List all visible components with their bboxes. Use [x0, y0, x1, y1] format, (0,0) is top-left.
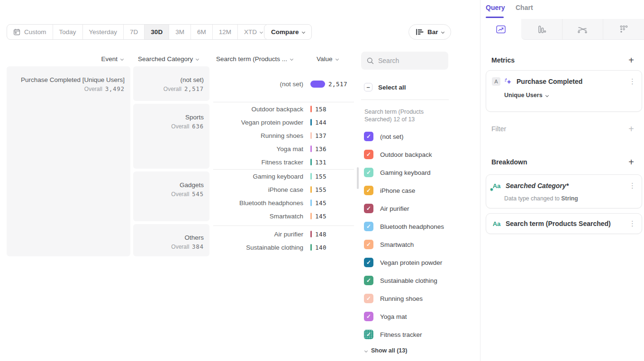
checkbox[interactable]: ✓ [364, 276, 373, 285]
date-range-6m[interactable]: 6M [190, 25, 212, 39]
legend-item[interactable]: ✓ Sustainable clothing [364, 276, 437, 285]
table-row[interactable]: Bluetooth headphones 145 [213, 196, 354, 209]
search-icon [367, 57, 374, 64]
kebab-menu-icon[interactable]: ⋮ [629, 220, 636, 227]
breakdown-card-searched-category[interactable]: Aa✱ Searched Category* ⋮ Data type chang… [486, 174, 642, 208]
checkbox[interactable]: ✓ [364, 168, 373, 177]
event-name: Purchase Completed [Unique Users] [12, 76, 125, 84]
checkbox[interactable]: ✓ [364, 330, 373, 339]
checkbox[interactable]: ✓ [364, 222, 373, 231]
show-all-button[interactable]: Show all (13) [365, 347, 407, 354]
modified-asterisk: ✱ [490, 188, 493, 192]
add-filter-button[interactable]: + [626, 125, 636, 134]
table-row[interactable]: Sustainable clothing 140 [213, 241, 354, 254]
kebab-menu-icon[interactable]: ⋮ [629, 78, 636, 85]
date-range-12m[interactable]: 12M [212, 25, 237, 39]
table-row[interactable]: Outdoor backpack 158 [213, 102, 354, 116]
funnels-icon [536, 24, 547, 35]
column-header-value[interactable]: Value [317, 55, 338, 63]
checkbox[interactable]: ✓ [364, 312, 373, 321]
table-row[interactable]: (not set) 2,517 [213, 77, 354, 90]
legend-list-label: Search term (Products Searched) 12 of 13 [364, 108, 446, 123]
metrics-title: Metrics [491, 56, 515, 64]
column-header-searched-category[interactable]: Searched Category [138, 55, 199, 63]
date-range-custom[interactable]: Custom [7, 25, 53, 39]
metric-event-name: Purchase Completed [517, 78, 582, 85]
table-row[interactable]: Gaming keyboard 155 [213, 170, 354, 183]
table-row[interactable]: Vegan protein powder 144 [213, 116, 354, 129]
chevron-down-icon [335, 57, 338, 61]
checkbox[interactable]: ✓ [364, 258, 373, 267]
vertical-scrollbar[interactable] [357, 167, 359, 189]
value-bar [310, 145, 312, 152]
chart-type-button[interactable]: Bar [408, 24, 451, 40]
breakdown-property-name: Searched Category* [506, 182, 569, 190]
date-range-today[interactable]: Today [53, 25, 82, 39]
date-range-7d[interactable]: 7D [123, 25, 144, 39]
search-input[interactable] [378, 57, 440, 64]
tab-retention[interactable] [603, 19, 644, 40]
date-range-3m[interactable]: 3M [169, 25, 190, 39]
series-badge: A [492, 77, 500, 86]
legend-item[interactable]: ✓ Smartwatch [364, 240, 414, 249]
checkbox[interactable]: ✓ [364, 204, 373, 213]
legend-item[interactable]: ✓ Fitness tracker [364, 330, 422, 339]
kebab-menu-icon[interactable]: ⋮ [629, 182, 636, 189]
legend-item[interactable]: ✓ Outdoor backpack [364, 150, 432, 159]
table-row[interactable]: iPhone case 155 [213, 183, 354, 196]
select-all-checkbox[interactable]: – [364, 83, 372, 91]
string-property-icon: Aa✱ [492, 181, 501, 190]
checkbox[interactable]: ✓ [364, 186, 373, 195]
value-bar [310, 132, 312, 139]
column-header-event[interactable]: Event [76, 55, 123, 63]
checkbox[interactable]: ✓ [364, 294, 373, 303]
string-property-icon: Aa [492, 219, 501, 228]
select-all-row[interactable]: – Select all [364, 83, 406, 91]
compare-button[interactable]: Compare [264, 24, 312, 40]
legend-item[interactable]: ✓ iPhone case [364, 186, 415, 195]
value-bar [310, 159, 312, 165]
tab-insights[interactable] [481, 19, 521, 40]
legend-item[interactable]: ✓ Gaming keyboard [364, 168, 431, 177]
metric-card[interactable]: A Purchase Completed ⋮ Unique Users [486, 70, 642, 112]
value-bar [310, 244, 312, 251]
column-header-search-term[interactable]: Search term (Products ... [216, 55, 293, 63]
legend-item[interactable]: ✓ Running shoes [364, 294, 423, 303]
report-type-tabs [481, 19, 644, 40]
category-cell-not-set[interactable]: (not set) Overall2,517 [133, 66, 209, 101]
chevron-down-icon [545, 93, 549, 97]
legend-item[interactable]: ✓ Yoga mat [364, 312, 407, 321]
checkbox[interactable]: ✓ [364, 150, 373, 159]
active-tab-underline [486, 17, 504, 18]
category-cell-sports[interactable]: Sports Overall636 [133, 104, 209, 169]
value-bar [310, 119, 312, 126]
date-range-yesterday[interactable]: Yesterday [82, 25, 124, 39]
category-cell-others[interactable]: Others Overall384 [133, 224, 209, 256]
chevron-down-icon [301, 30, 305, 34]
legend-item[interactable]: ✓ (not set) [364, 132, 404, 141]
tab-funnels[interactable] [521, 19, 562, 40]
add-metric-button[interactable]: + [626, 56, 636, 65]
category-cell-gadgets[interactable]: Gadgets Overall545 [133, 171, 209, 221]
chevron-down-icon [364, 349, 368, 352]
tab-query[interactable]: Query [486, 4, 505, 11]
tab-chart[interactable]: Chart [516, 4, 533, 11]
table-row[interactable]: Running shoes 137 [213, 129, 354, 142]
event-cell[interactable]: Purchase Completed [Unique Users] Overal… [7, 66, 130, 256]
legend-search[interactable] [361, 52, 448, 70]
table-row[interactable]: Smartwatch 145 [213, 209, 354, 223]
tab-flows[interactable] [562, 19, 603, 40]
legend-item[interactable]: ✓ Vegan protein powder [364, 258, 442, 267]
date-range-30d[interactable]: 30D [144, 25, 169, 39]
add-breakdown-button[interactable]: + [626, 158, 636, 167]
select-all-label: Select all [378, 84, 406, 91]
measure-dropdown[interactable]: Unique Users [504, 92, 642, 99]
table-row[interactable]: Air purifier 148 [213, 227, 354, 241]
legend-item[interactable]: ✓ Bluetooth headphones [364, 222, 444, 231]
checkbox[interactable]: ✓ [364, 132, 373, 141]
checkbox[interactable]: ✓ [364, 240, 373, 249]
legend-item[interactable]: ✓ Air purifier [364, 204, 409, 213]
breakdown-card-search-term[interactable]: Aa Search term (Products Searched) ⋮ [486, 213, 642, 234]
table-row[interactable]: Fitness tracker 131 [213, 155, 354, 169]
table-row[interactable]: Yoga mat 136 [213, 142, 354, 155]
